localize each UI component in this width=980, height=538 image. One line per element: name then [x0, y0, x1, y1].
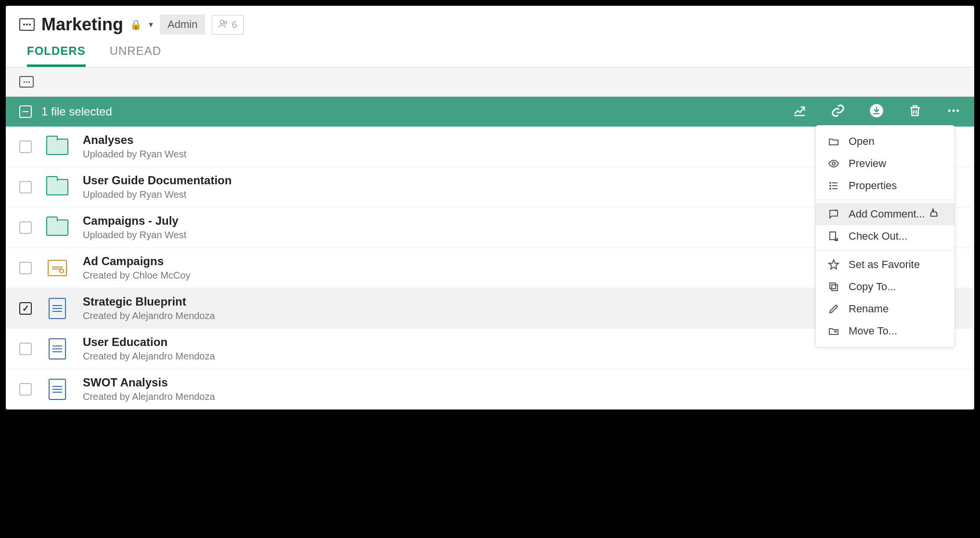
menu-label: Check Out...	[849, 230, 907, 243]
tab-folders[interactable]: FOLDERS	[27, 44, 86, 67]
menu-open[interactable]: Open	[816, 130, 954, 153]
eye-icon	[827, 157, 840, 170]
document-icon	[45, 299, 69, 318]
lock-icon: 🔒	[130, 19, 142, 30]
svg-rect-15	[830, 283, 836, 289]
row-checkbox[interactable]	[19, 343, 32, 355]
comment-icon	[827, 208, 840, 220]
svg-point-9	[830, 185, 831, 186]
select-all-checkbox[interactable]	[19, 105, 32, 118]
menu-rename[interactable]: Rename	[816, 298, 954, 320]
tabs: FOLDERS UNREAD	[6, 35, 974, 67]
folder-icon	[45, 218, 69, 237]
share-icon[interactable]	[792, 103, 807, 120]
document-icon	[45, 339, 69, 359]
pencil-icon	[827, 303, 840, 315]
download-icon[interactable]	[869, 103, 884, 120]
item-name: Strategic Blueprint	[83, 295, 215, 308]
row-checkbox[interactable]	[19, 221, 32, 234]
list-item[interactable]: SWOT Analysis Created by Alejandro Mendo…	[6, 369, 974, 410]
item-meta: Uploaded by Ryan West	[83, 230, 186, 241]
row-checkbox[interactable]	[19, 262, 32, 274]
menu-label: Set as Favorite	[849, 258, 920, 271]
item-name: User Guide Documentation	[83, 174, 232, 187]
svg-point-3	[948, 110, 951, 112]
menu-divider	[816, 200, 954, 200]
chevron-down-icon[interactable]: ▾	[149, 19, 153, 30]
menu-divider	[816, 250, 954, 251]
breadcrumb-root-icon[interactable]	[19, 76, 34, 88]
menu-move-to[interactable]: Move To...	[816, 320, 954, 342]
page-title: Marketing	[41, 14, 123, 35]
presentation-icon	[45, 258, 69, 278]
svg-point-5	[956, 110, 959, 112]
copy-icon	[827, 281, 840, 293]
row-checkbox[interactable]	[19, 181, 32, 193]
item-name: User Education	[83, 335, 215, 349]
move-icon	[827, 325, 840, 337]
star-icon	[827, 258, 840, 271]
folder-open-icon	[827, 135, 840, 148]
svg-point-4	[953, 110, 955, 112]
item-meta: Uploaded by Ryan West	[83, 149, 186, 160]
menu-label: Rename	[849, 303, 889, 315]
breadcrumb-bar	[6, 67, 974, 97]
row-checkbox[interactable]	[19, 302, 32, 315]
menu-label: Add Comment...	[849, 208, 925, 220]
cursor-icon	[929, 207, 940, 221]
svg-point-1	[224, 21, 227, 24]
menu-label: Copy To...	[849, 281, 896, 293]
app-window: Marketing 🔒 ▾ Admin 6 FOLDERS UNREAD 1 f…	[6, 6, 974, 410]
tab-unread[interactable]: UNREAD	[110, 44, 161, 67]
row-checkbox[interactable]	[19, 141, 32, 153]
member-count: 6	[232, 19, 237, 30]
menu-set-favorite[interactable]: Set as Favorite	[816, 254, 954, 276]
members-chip[interactable]: 6	[212, 15, 243, 35]
list-icon	[827, 179, 840, 192]
menu-add-comment[interactable]: Add Comment...	[816, 203, 954, 225]
space-icon	[19, 18, 35, 31]
trash-icon[interactable]	[908, 103, 922, 120]
item-name: Campaigns - July	[83, 214, 186, 228]
people-icon	[218, 18, 229, 31]
menu-label: Open	[849, 135, 875, 148]
item-meta: Created by Alejandro Mendoza	[83, 391, 215, 402]
context-menu: Open Preview Properties Add Comment... C…	[815, 125, 955, 347]
item-meta: Created by Alejandro Mendoza	[83, 351, 215, 362]
item-name: Analyses	[83, 133, 186, 147]
checkout-icon	[827, 230, 840, 243]
menu-label: Move To...	[849, 325, 897, 337]
selection-text: 1 file selected	[41, 105, 112, 118]
svg-point-7	[830, 182, 831, 183]
folder-icon	[45, 178, 69, 197]
document-icon	[45, 380, 69, 399]
item-meta: Created by Chloe McCoy	[83, 270, 190, 281]
svg-point-6	[832, 162, 835, 165]
item-meta: Uploaded by Ryan West	[83, 189, 232, 200]
selection-bar: 1 file selected	[6, 97, 974, 127]
menu-properties[interactable]: Properties	[816, 175, 954, 197]
folder-icon	[45, 137, 69, 156]
menu-preview[interactable]: Preview	[816, 153, 954, 175]
menu-copy-to[interactable]: Copy To...	[816, 276, 954, 298]
link-icon[interactable]	[831, 103, 845, 120]
menu-label: Preview	[849, 157, 886, 170]
item-name: SWOT Analysis	[83, 376, 215, 389]
menu-label: Properties	[849, 179, 897, 192]
item-name: Ad Campaigns	[83, 255, 190, 268]
item-meta: Created by Alejandro Mendoza	[83, 310, 215, 321]
menu-check-out[interactable]: Check Out...	[816, 225, 954, 247]
row-checkbox[interactable]	[19, 383, 32, 396]
more-icon[interactable]	[946, 103, 961, 120]
role-chip[interactable]: Admin	[160, 14, 205, 35]
svg-point-0	[220, 20, 224, 23]
svg-point-11	[830, 188, 831, 189]
header: Marketing 🔒 ▾ Admin 6	[6, 6, 974, 35]
svg-rect-14	[832, 285, 838, 291]
